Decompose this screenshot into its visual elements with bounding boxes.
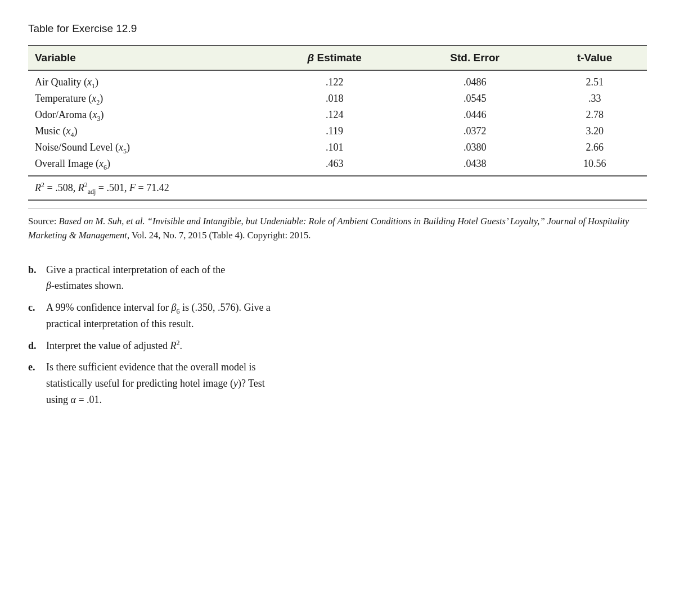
question-text-d: Interpret the value of adjusted R2. <box>46 338 647 354</box>
source-label: Source: Based on M. Suh, et al. “Invisib… <box>28 216 629 241</box>
table-row: Temperature (x2) .018 .0545 .33 <box>28 90 647 107</box>
cell-tvalue-1: 2.51 <box>542 70 647 90</box>
page-title: Table for Exercise 12.9 <box>28 22 647 35</box>
table-row: Overall Image (x6) .463 .0438 10.56 <box>28 156 647 176</box>
cell-beta-3: .124 <box>262 107 407 123</box>
question-label-c: c. <box>28 300 44 316</box>
cell-beta-4: .119 <box>262 123 407 139</box>
cell-stderr-5: .0380 <box>407 139 542 156</box>
cell-variable-6: Overall Image (x6) <box>28 156 262 176</box>
col-header-stderr: Std. Error <box>407 46 542 70</box>
question-label-d: d. <box>28 338 44 354</box>
question-c: c. A 99% confidence interval for β6 is (… <box>28 300 647 332</box>
cell-tvalue-6: 10.56 <box>542 156 647 176</box>
table-row: Odor/Aroma (x3) .124 .0446 2.78 <box>28 107 647 123</box>
question-e: e. Is there sufficient evidence that the… <box>28 359 647 407</box>
question-text-e: Is there sufficient evidence that the ov… <box>46 359 647 407</box>
question-text-b: Give a practical interpretation of each … <box>46 262 647 295</box>
col-header-tvalue: t-Value <box>542 46 647 70</box>
cell-stderr-1: .0486 <box>407 70 542 90</box>
question-label-b: b. <box>28 262 44 278</box>
cell-variable-3: Odor/Aroma (x3) <box>28 107 262 123</box>
cell-beta-6: .463 <box>262 156 407 176</box>
table-row: Music (x4) .119 .0372 3.20 <box>28 123 647 139</box>
question-b: b. Give a practical interpretation of ea… <box>28 262 647 295</box>
cell-tvalue-2: .33 <box>542 90 647 107</box>
cell-stderr-3: .0446 <box>407 107 542 123</box>
table-wrapper: Variable β Estimate Std. Error t-Value A… <box>28 45 647 201</box>
cell-tvalue-4: 3.20 <box>542 123 647 139</box>
cell-variable-2: Temperature (x2) <box>28 90 262 107</box>
cell-beta-2: .018 <box>262 90 407 107</box>
cell-tvalue-3: 2.78 <box>542 107 647 123</box>
cell-beta-5: .101 <box>262 139 407 156</box>
question-d: d. Interpret the value of adjusted R2. <box>28 338 647 354</box>
source-section: Source: Based on M. Suh, et al. “Invisib… <box>28 209 647 248</box>
cell-variable-1: Air Quality (x1) <box>28 70 262 90</box>
main-table: Variable β Estimate Std. Error t-Value A… <box>28 46 647 200</box>
question-text-c: A 99% confidence interval for β6 is (.35… <box>46 300 647 332</box>
cell-stderr-4: .0372 <box>407 123 542 139</box>
table-header-row: Variable β Estimate Std. Error t-Value <box>28 46 647 70</box>
table-row: Noise/Sound Level (x5) .101 .0380 2.66 <box>28 139 647 156</box>
table-row: Air Quality (x1) .122 .0486 2.51 <box>28 70 647 90</box>
col-header-beta: β Estimate <box>262 46 407 70</box>
cell-variable-5: Noise/Sound Level (x5) <box>28 139 262 156</box>
col-header-variable: Variable <box>28 46 262 70</box>
cell-beta-1: .122 <box>262 70 407 90</box>
stats-text: R2 = .508, R2adj = .501, F = 71.42 <box>35 182 169 193</box>
cell-tvalue-5: 2.66 <box>542 139 647 156</box>
questions-section: b. Give a practical interpretation of ea… <box>28 262 647 408</box>
cell-stderr-6: .0438 <box>407 156 542 176</box>
question-label-e: e. <box>28 359 44 375</box>
stats-row: R2 = .508, R2adj = .501, F = 71.42 <box>28 176 647 200</box>
cell-stderr-2: .0545 <box>407 90 542 107</box>
cell-variable-4: Music (x4) <box>28 123 262 139</box>
